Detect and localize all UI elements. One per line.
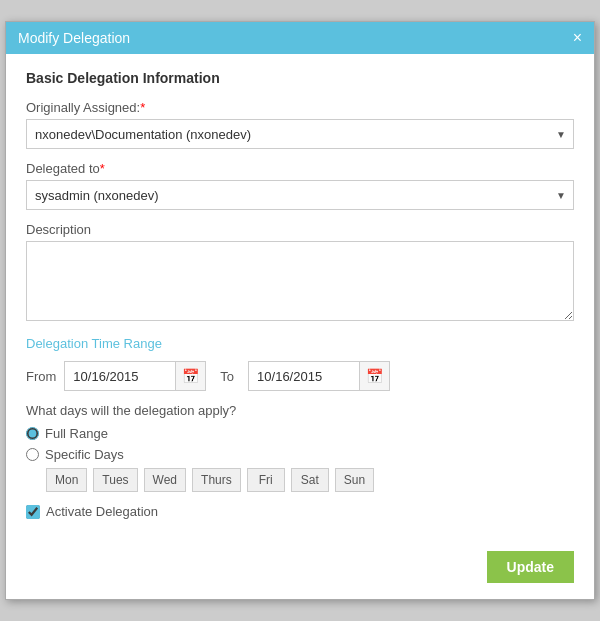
delegated-to-group: Delegated to* sysadmin (nxonedev)	[26, 161, 574, 210]
days-question: What days will the delegation apply?	[26, 403, 574, 418]
to-date-input[interactable]	[249, 363, 359, 390]
day-button-sat[interactable]: Sat	[291, 468, 329, 492]
modify-delegation-dialog: Modify Delegation × Basic Delegation Inf…	[5, 21, 595, 600]
full-range-option: Full Range	[26, 426, 574, 441]
close-button[interactable]: ×	[573, 30, 582, 46]
description-group: Description	[26, 222, 574, 324]
specific-days-label[interactable]: Specific Days	[45, 447, 124, 462]
radio-group: Full Range Specific Days	[26, 426, 574, 462]
originally-assigned-label: Originally Assigned:*	[26, 100, 574, 115]
day-button-mon[interactable]: Mon	[46, 468, 87, 492]
section-title: Basic Delegation Information	[26, 70, 574, 86]
originally-assigned-group: Originally Assigned:* nxonedev\Documenta…	[26, 100, 574, 149]
activate-row: Activate Delegation	[26, 504, 574, 519]
day-button-sun[interactable]: Sun	[335, 468, 374, 492]
day-button-wed[interactable]: Wed	[144, 468, 186, 492]
time-range-title: Delegation Time Range	[26, 336, 574, 351]
date-range-row: From 📅 To 📅	[26, 361, 574, 391]
specific-days-option: Specific Days	[26, 447, 574, 462]
originally-assigned-wrapper: nxonedev\Documentation (nxonedev)	[26, 119, 574, 149]
specific-days-radio[interactable]	[26, 448, 39, 461]
to-calendar-icon[interactable]: 📅	[359, 362, 389, 390]
required-marker-2: *	[100, 161, 105, 176]
delegated-to-label: Delegated to*	[26, 161, 574, 176]
from-label: From	[26, 369, 56, 384]
delegated-to-select[interactable]: sysadmin (nxonedev)	[26, 180, 574, 210]
dialog-titlebar: Modify Delegation ×	[6, 22, 594, 54]
days-buttons: MonTuesWedThursFriSatSun	[46, 468, 574, 492]
description-label: Description	[26, 222, 574, 237]
to-date-wrapper: 📅	[248, 361, 390, 391]
dialog-body: Basic Delegation Information Originally …	[6, 54, 594, 551]
originally-assigned-select[interactable]: nxonedev\Documentation (nxonedev)	[26, 119, 574, 149]
description-textarea[interactable]	[26, 241, 574, 321]
delegated-to-wrapper: sysadmin (nxonedev)	[26, 180, 574, 210]
from-calendar-icon[interactable]: 📅	[175, 362, 205, 390]
required-marker: *	[140, 100, 145, 115]
full-range-label[interactable]: Full Range	[45, 426, 108, 441]
update-button[interactable]: Update	[487, 551, 574, 583]
day-button-fri[interactable]: Fri	[247, 468, 285, 492]
day-button-thurs[interactable]: Thurs	[192, 468, 241, 492]
day-button-tues[interactable]: Tues	[93, 468, 137, 492]
dialog-footer: Update	[6, 551, 594, 599]
from-date-wrapper: 📅	[64, 361, 206, 391]
activate-checkbox[interactable]	[26, 505, 40, 519]
to-label: To	[220, 369, 234, 384]
activate-label[interactable]: Activate Delegation	[46, 504, 158, 519]
dialog-title: Modify Delegation	[18, 30, 130, 46]
from-date-input[interactable]	[65, 363, 175, 390]
full-range-radio[interactable]	[26, 427, 39, 440]
